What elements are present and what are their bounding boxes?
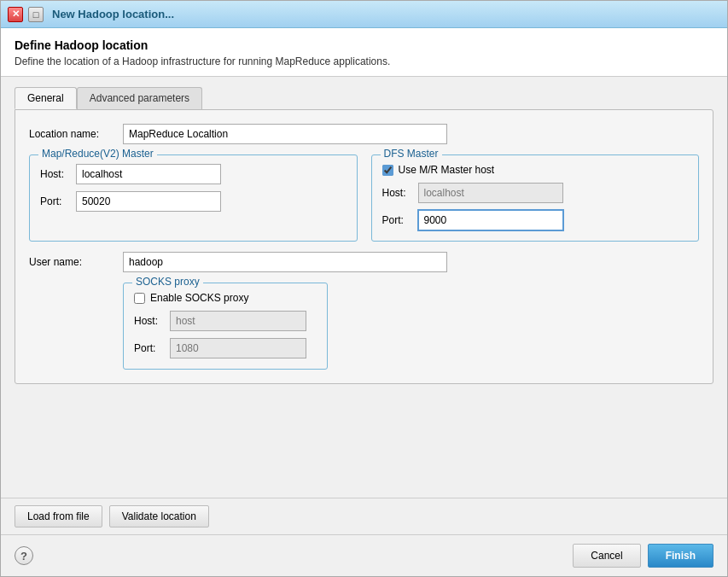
footer-bar: Load from file Validate location — [1, 498, 727, 534]
socks-group-label: SOCKS proxy — [132, 276, 203, 288]
mapreduce-group: Map/Reduce(V2) Master Host: Port: — [29, 154, 358, 242]
titlebar: ✕ □ New Hadoop location... — [1, 1, 727, 28]
tab-content-general: Location name: Map/Reduce(V2) Master Hos… — [15, 109, 713, 384]
location-name-row: Location name: — [29, 124, 699, 144]
socks-port-input[interactable] — [170, 338, 306, 358]
finish-button[interactable]: Finish — [648, 544, 713, 568]
location-name-label: Location name: — [29, 128, 123, 140]
socks-group: SOCKS proxy Enable SOCKS proxy Host: Por… — [123, 283, 328, 370]
username-label: User name: — [29, 256, 123, 268]
socks-host-input[interactable] — [170, 311, 306, 331]
dfs-port-input[interactable] — [418, 210, 563, 230]
socks-host-label: Host: — [134, 315, 165, 327]
username-row: User name: — [29, 252, 699, 272]
dfs-port-row: Port: — [382, 210, 689, 230]
help-button[interactable]: ? — [15, 546, 33, 565]
content-area: General Advanced parameters Location nam… — [1, 77, 727, 498]
socks-port-label: Port: — [134, 342, 165, 354]
dfs-use-mr-host-row: Use M/R Master host — [382, 164, 689, 176]
dfs-host-row: Host: — [382, 183, 689, 203]
minimize-button[interactable]: □ — [28, 7, 44, 22]
mr-port-label: Port: — [40, 195, 71, 207]
main-window: ✕ □ New Hadoop location... Define Hadoop… — [0, 0, 728, 577]
mapreduce-group-label: Map/Reduce(V2) Master — [38, 148, 157, 160]
enable-socks-label[interactable]: Enable SOCKS proxy — [150, 292, 248, 304]
use-mr-host-label[interactable]: Use M/R Master host — [399, 164, 495, 176]
tab-advanced[interactable]: Advanced parameters — [77, 87, 202, 109]
bottom-buttons: Cancel Finish — [573, 544, 713, 568]
load-from-file-button[interactable]: Load from file — [15, 505, 102, 527]
use-mr-host-checkbox[interactable] — [382, 165, 393, 176]
dfs-host-label: Host: — [382, 187, 413, 199]
close-button[interactable]: ✕ — [8, 7, 23, 22]
mr-port-input[interactable] — [76, 191, 221, 212]
dfs-host-input[interactable] — [418, 183, 563, 203]
tab-general[interactable]: General — [15, 87, 77, 109]
socks-host-row: Host: — [134, 311, 317, 331]
mr-port-row: Port: — [40, 191, 347, 212]
socks-enable-row: Enable SOCKS proxy — [134, 292, 317, 304]
header-title: Define Hadoop location — [15, 38, 713, 52]
bottom-bar: ? Cancel Finish — [1, 534, 727, 576]
socks-port-row: Port: — [134, 338, 317, 358]
username-input[interactable] — [123, 252, 447, 272]
window-title: New Hadoop location... — [52, 8, 174, 20]
cancel-button[interactable]: Cancel — [573, 544, 640, 568]
enable-socks-checkbox[interactable] — [134, 293, 145, 304]
dfs-port-label: Port: — [382, 214, 413, 226]
dfs-group: DFS Master Use M/R Master host Host: Por… — [371, 154, 700, 242]
header-description: Define the location of a Hadoop infrastr… — [15, 55, 713, 67]
header-section: Define Hadoop location Define the locati… — [1, 28, 727, 77]
master-groups: Map/Reduce(V2) Master Host: Port: DFS Ma… — [29, 154, 699, 242]
dfs-group-label: DFS Master — [381, 148, 442, 160]
mr-host-row: Host: — [40, 164, 347, 184]
location-name-input[interactable] — [123, 124, 447, 144]
mr-host-input[interactable] — [76, 164, 221, 184]
mr-host-label: Host: — [40, 168, 71, 180]
tab-bar: General Advanced parameters — [15, 87, 713, 109]
validate-location-button[interactable]: Validate location — [109, 505, 209, 527]
